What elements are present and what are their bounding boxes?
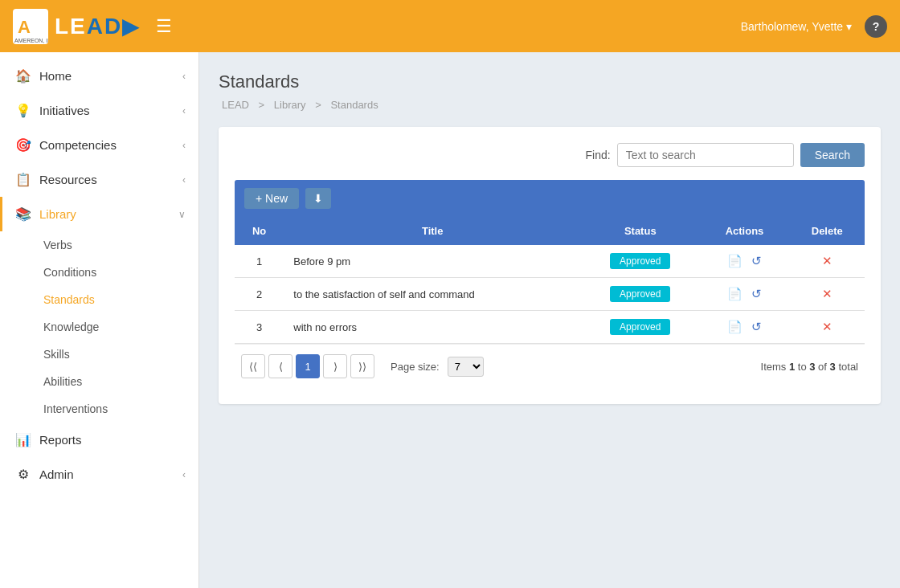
cell-delete: ✕ [790, 278, 865, 311]
sidebar-item-resources[interactable]: 📋 Resources ‹ [0, 162, 198, 197]
sidebar-item-label: Home [39, 69, 72, 83]
search-input[interactable] [617, 143, 794, 167]
cell-delete: ✕ [790, 245, 865, 278]
page-size-select[interactable]: 7 10 25 50 [448, 357, 484, 377]
toolbar: + New ⬇ [235, 180, 865, 217]
search-button[interactable]: Search [800, 143, 865, 167]
restore-icon[interactable]: ↺ [751, 320, 762, 333]
delete-icon[interactable]: ✕ [822, 254, 832, 267]
download-icon: ⬇ [313, 192, 323, 205]
sidebar-item-standards[interactable]: Standards [37, 286, 198, 313]
content-card: Find: Search + New ⬇ No Title Status [219, 127, 881, 404]
cell-status: Approved [581, 278, 699, 311]
standards-table: No Title Status Actions Delete 1 Before … [235, 217, 865, 344]
restore-icon[interactable]: ↺ [751, 254, 762, 267]
table-row: 2 to the satisfaction of self and comman… [235, 278, 865, 311]
page-size-label: Page size: [391, 361, 440, 373]
resources-icon: 📋 [15, 172, 31, 187]
table-row: 1 Before 9 pm Approved 📄 ↺ ✕ [235, 245, 865, 278]
sidebar-item-label: Admin [39, 468, 74, 481]
help-button[interactable]: ? [865, 15, 887, 38]
cell-actions: 📄 ↺ [699, 245, 789, 278]
new-button[interactable]: + New [244, 188, 299, 209]
admin-icon: ⚙ [15, 467, 31, 482]
layout: 🏠 Home ‹ 💡 Initiatives ‹ 🎯 Competencies … [0, 52, 900, 588]
col-title: Title [284, 217, 581, 245]
delete-icon[interactable]: ✕ [822, 320, 832, 333]
table-row: 3 with no errors Approved 📄 ↺ ✕ [235, 311, 865, 344]
chevron-down-icon: ∨ [178, 209, 186, 220]
sidebar-item-label: Resources [39, 173, 97, 186]
sidebar-item-competencies[interactable]: 🎯 Competencies ‹ [0, 128, 198, 162]
col-status: Status [581, 217, 699, 245]
cell-actions: 📄 ↺ [699, 311, 789, 344]
status-badge: Approved [610, 319, 670, 335]
breadcrumb-sep-2: > [315, 99, 324, 111]
logo-area: A AMEREON, INC LEAD▶ [13, 9, 140, 44]
sidebar-item-label: Library [39, 207, 76, 221]
svg-text:AMEREON, INC: AMEREON, INC [14, 38, 48, 43]
cell-status: Approved [581, 311, 699, 344]
breadcrumb: LEAD > Library > Standards [219, 99, 881, 111]
breadcrumb-standards[interactable]: Standards [330, 99, 378, 111]
main-content: Standards LEAD > Library > Standards Fin… [199, 52, 900, 588]
col-delete: Delete [790, 217, 865, 245]
download-button[interactable]: ⬇ [305, 188, 331, 209]
last-page-button[interactable]: ⟩⟩ [350, 354, 374, 378]
sidebar-item-label: Competencies [39, 138, 117, 152]
cell-delete: ✕ [790, 311, 865, 344]
breadcrumb-library[interactable]: Library [274, 99, 306, 111]
sidebar-item-admin[interactable]: ⚙ Admin ‹ [0, 457, 198, 492]
status-badge: Approved [610, 253, 670, 269]
status-badge: Approved [610, 286, 670, 302]
find-label: Find: [586, 149, 611, 161]
sidebar-item-reports[interactable]: 📊 Reports [0, 423, 198, 457]
items-total: 3 [830, 361, 836, 373]
next-page-button[interactable]: ⟩ [323, 354, 347, 378]
header: A AMEREON, INC LEAD▶ ☰ Bartholomew, Yvet… [0, 0, 900, 52]
breadcrumb-lead[interactable]: LEAD [222, 99, 249, 111]
restore-icon[interactable]: ↺ [751, 287, 762, 300]
sidebar-item-conditions[interactable]: Conditions [37, 259, 198, 286]
chevron-right-icon: ‹ [182, 174, 186, 186]
delete-icon[interactable]: ✕ [822, 287, 832, 300]
hamburger-icon[interactable]: ☰ [156, 16, 172, 37]
cell-no: 2 [235, 278, 284, 311]
edit-icon[interactable]: 📄 [727, 287, 742, 300]
reports-icon: 📊 [15, 432, 31, 447]
cell-title: Before 9 pm [284, 245, 581, 278]
sidebar-item-label: Reports [39, 433, 82, 447]
col-no: No [235, 217, 284, 245]
sidebar-item-library[interactable]: 📚 Library ∨ [0, 197, 198, 231]
sidebar-item-interventions[interactable]: Interventions [37, 395, 198, 423]
logo-icon: A AMEREON, INC [13, 9, 48, 44]
sidebar-item-verbs[interactable]: Verbs [37, 231, 198, 259]
chevron-right-icon: ‹ [182, 105, 186, 116]
col-actions: Actions [699, 217, 789, 245]
first-page-button[interactable]: ⟨⟨ [241, 354, 265, 378]
svg-text:A: A [18, 17, 31, 37]
user-name[interactable]: Bartholomew, Yvette ▾ [741, 20, 852, 33]
sidebar-item-knowledge[interactable]: Knowledge [37, 313, 198, 341]
cell-title: with no errors [284, 311, 581, 344]
breadcrumb-sep-1: > [259, 99, 268, 111]
header-right: Bartholomew, Yvette ▾ ? [741, 15, 887, 38]
page-1-button[interactable]: 1 [296, 354, 320, 378]
edit-icon[interactable]: 📄 [727, 320, 742, 333]
prev-page-button[interactable]: ⟨ [268, 354, 292, 378]
sidebar-item-initiatives[interactable]: 💡 Initiatives ‹ [0, 93, 198, 128]
edit-icon[interactable]: 📄 [727, 254, 742, 267]
library-submenu: Verbs Conditions Standards Knowledge Ski… [0, 231, 198, 423]
page-title: Standards [219, 71, 881, 92]
library-icon: 📚 [15, 206, 31, 222]
cell-title: to the satisfaction of self and command [284, 278, 581, 311]
sidebar-item-skills[interactable]: Skills [37, 341, 198, 368]
sidebar-item-label: Initiatives [39, 104, 90, 117]
initiatives-icon: 💡 [15, 103, 31, 118]
chevron-right-icon: ‹ [182, 140, 186, 151]
cell-actions: 📄 ↺ [699, 278, 789, 311]
sidebar-item-home[interactable]: 🏠 Home ‹ [0, 59, 198, 93]
sidebar-item-abilities[interactable]: Abilities [37, 368, 198, 395]
home-icon: 🏠 [15, 68, 31, 84]
items-start: 1 [789, 361, 795, 373]
